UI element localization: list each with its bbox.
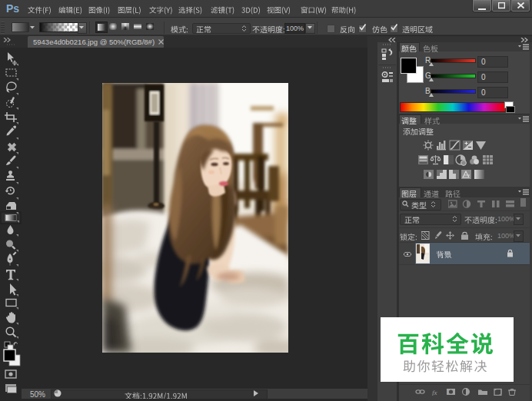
svg-text:fx: fx — [432, 389, 437, 396]
